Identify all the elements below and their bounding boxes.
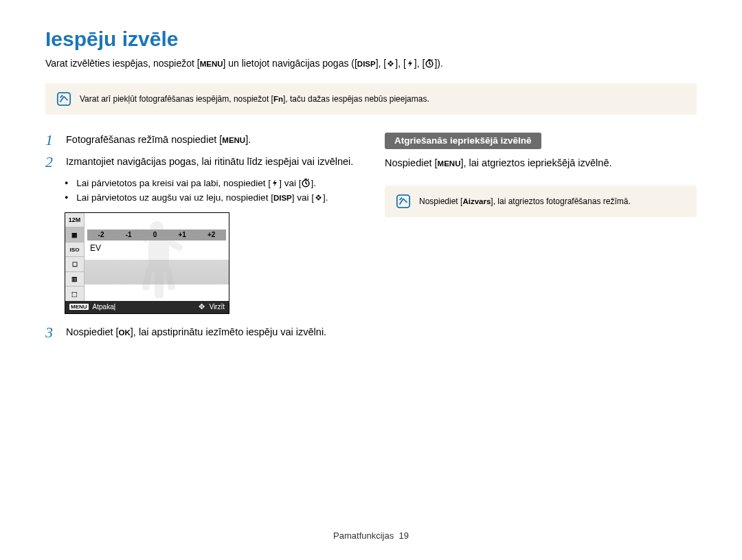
disp-button-label: DISP	[357, 60, 376, 68]
page-footer: Pamatfunkcijas 19	[0, 530, 742, 541]
step-3: 3 Nospiediet [OK], lai apstiprinātu iezī…	[45, 325, 357, 340]
menu-label: MENU	[69, 304, 89, 310]
timer-icon	[301, 178, 311, 188]
disp-button-label: DISP	[273, 194, 292, 202]
move-label: Virzīt	[209, 303, 225, 311]
list-item: Lai pārvietotos pa kreisi vai pa labi, n…	[65, 177, 357, 191]
flash-icon	[271, 179, 279, 188]
step-number: 2	[45, 155, 59, 170]
af-icon: ☐	[65, 257, 84, 272]
step-2: 2 Izmantojiet navigācijas pogas, lai rit…	[45, 155, 357, 170]
step-number: 3	[45, 325, 59, 340]
grid-icon: ▦	[65, 227, 84, 243]
intro-text: Varat izvēlēties iespējas, nospiežot [ME…	[45, 56, 697, 71]
frame-icon: ⬚	[65, 287, 84, 301]
left-column: 1 Fotografēšanas režīmā nospiediet [MENU…	[45, 133, 357, 347]
move-icon: ✥	[199, 302, 205, 311]
timer-icon	[425, 58, 434, 68]
fn-button-label: Fn	[273, 95, 283, 103]
ok-button-label: OK	[119, 328, 131, 337]
list-item: Lai pārvietotos uz augšu vai uz leju, no…	[65, 191, 357, 205]
iso-icon: ISO	[65, 243, 84, 258]
right-column: Atgriešanās iepriekšējā izvēlnē Nospiedi…	[385, 133, 697, 347]
subheading: Atgriešanās iepriekšējā izvēlnē	[385, 133, 541, 149]
note-icon	[396, 194, 411, 209]
page-title: Iespēju izvēle	[45, 27, 697, 51]
megapixel-icon: 12M	[65, 213, 84, 228]
back-label: Atpakaļ	[93, 303, 115, 311]
flash-icon	[406, 59, 414, 68]
menu-button-label: MENU	[222, 136, 245, 144]
note-box: Nospiediet [Aizvars], lai atgrieztos fot…	[385, 186, 697, 217]
camera-bottom-bar: MENU Atpakaļ ✥ Virzīt	[65, 301, 229, 313]
right-paragraph: Nospiediet [MENU], lai atgrieztos ieprie…	[385, 156, 697, 170]
ev-bar: -2 -1 0 +1 +2	[87, 229, 226, 240]
macro-icon	[386, 59, 395, 68]
step-1: 1 Fotografēšanas režīmā nospiediet [MENU…	[45, 133, 357, 148]
step-number: 1	[45, 133, 59, 148]
menu-button-label: MENU	[200, 60, 223, 68]
macro-icon	[314, 193, 323, 202]
shutter-button-label: Aizvars	[462, 197, 491, 205]
note-icon	[56, 91, 71, 107]
ev-label: EV	[90, 243, 101, 253]
metering-icon: ▥	[65, 272, 84, 287]
menu-button-label: MENU	[438, 159, 461, 168]
note-box: Varat arī piekļūt fotografēšanas iespējā…	[45, 83, 697, 115]
camera-screenshot: 12M ▦ ISO ☐ ▥ ⬚	[65, 212, 229, 314]
camera-side-icons: 12M ▦ ISO ☐ ▥ ⬚	[65, 213, 85, 301]
bullet-list: Lai pārvietotos pa kreisi vai pa labi, n…	[65, 177, 357, 205]
